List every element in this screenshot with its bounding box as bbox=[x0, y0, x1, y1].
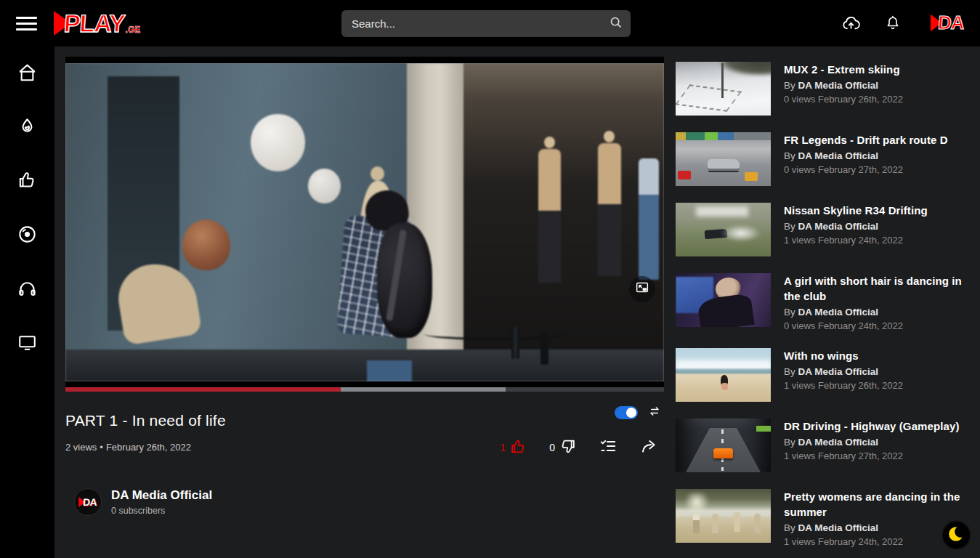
search-icon bbox=[608, 15, 624, 33]
swap-arrows-icon[interactable] bbox=[647, 403, 663, 422]
video-thumbnail[interactable] bbox=[676, 348, 771, 402]
video-scene-art bbox=[65, 63, 664, 381]
publish-date: February 26th, 2022 bbox=[106, 442, 191, 453]
video-thumbnail[interactable] bbox=[676, 273, 771, 327]
search-bar bbox=[341, 10, 631, 37]
video-list-item[interactable]: MUX 2 - Extrem skiing By DA Media Offici… bbox=[676, 62, 980, 116]
video-list-channel: By DA Media Official bbox=[784, 221, 969, 232]
video-list-title[interactable]: DR Driving - Highway (Gameplay) bbox=[784, 418, 969, 434]
top-bar: PLAY .GE DA bbox=[0, 0, 980, 46]
main-content: PART 1 - In need of life 2 views•Februar… bbox=[54, 46, 672, 558]
share-button[interactable] bbox=[639, 437, 658, 458]
video-list-item[interactable]: Nissan Skyline R34 Drifting By DA Media … bbox=[676, 203, 980, 256]
channel-row: DA DA Media Official 0 subscribers bbox=[74, 488, 664, 516]
add-to-playlist-button[interactable] bbox=[599, 437, 617, 458]
video-thumbnail[interactable] bbox=[676, 489, 771, 543]
upload-cloud-icon[interactable] bbox=[841, 14, 861, 33]
video-list-meta: 1 views February 27th, 2022 bbox=[784, 450, 969, 461]
sidebar-item-home[interactable] bbox=[17, 62, 38, 84]
video-list-item[interactable]: With no wings By DA Media Official 1 vie… bbox=[676, 348, 980, 402]
video-list-channel: By DA Media Official bbox=[784, 307, 969, 318]
profile-da-logo[interactable]: DA bbox=[931, 12, 964, 34]
video-list-channel: By DA Media Official bbox=[784, 437, 969, 448]
video-thumbnail[interactable] bbox=[676, 418, 771, 472]
video-list-title[interactable]: MUX 2 - Extrem skiing bbox=[784, 62, 969, 77]
share-arrow-icon bbox=[639, 437, 658, 458]
video-player[interactable] bbox=[65, 57, 664, 392]
video-thumbnail[interactable] bbox=[676, 132, 771, 186]
video-list-meta: 0 views February 24th, 2022 bbox=[784, 320, 969, 331]
like-count: 1 bbox=[500, 442, 506, 453]
recommended-list: MUX 2 - Extrem skiing By DA Media Offici… bbox=[672, 46, 980, 558]
video-list-meta: 1 views February 24th, 2022 bbox=[784, 235, 969, 246]
video-list-title[interactable]: Nissan Skyline R34 Drifting bbox=[784, 203, 969, 218]
moon-icon bbox=[947, 525, 966, 546]
autoplay-toggle[interactable] bbox=[615, 406, 638, 419]
notifications-bell-icon[interactable] bbox=[884, 15, 902, 32]
menu-icon[interactable] bbox=[16, 13, 37, 33]
video-list-title[interactable]: With no wings bbox=[784, 348, 969, 363]
video-title: PART 1 - In need of life bbox=[65, 412, 226, 429]
channel-name[interactable]: DA Media Official bbox=[111, 488, 212, 503]
like-button[interactable]: 1 bbox=[500, 437, 527, 458]
search-button[interactable] bbox=[602, 10, 631, 37]
site-logo[interactable]: PLAY .GE bbox=[54, 6, 140, 41]
thumbs-down-icon bbox=[559, 437, 577, 458]
sidebar-item-audio[interactable] bbox=[17, 278, 38, 299]
sidebar-item-trending[interactable] bbox=[17, 116, 38, 137]
sidebar-item-liked[interactable] bbox=[17, 169, 38, 190]
da-logo-text: DA bbox=[937, 12, 965, 34]
video-list-item[interactable]: A girl with short hair is dancing in the… bbox=[676, 273, 980, 331]
subscriber-count: 0 subscribers bbox=[111, 506, 212, 516]
channel-avatar[interactable]: DA bbox=[74, 488, 102, 516]
video-list-title[interactable]: FR Legends - Drift park route D bbox=[784, 132, 969, 147]
sidebar-item-disc[interactable] bbox=[17, 224, 38, 245]
picture-in-picture-button[interactable] bbox=[629, 276, 655, 302]
logo-suffix: .GE bbox=[126, 25, 141, 35]
video-list-item[interactable]: FR Legends - Drift park route D By DA Me… bbox=[676, 132, 980, 186]
video-list-meta: 1 views February 26th, 2022 bbox=[784, 380, 969, 391]
video-meta: 2 views•February 26th, 2022 bbox=[65, 442, 191, 453]
video-list-meta: 0 views February 27th, 2022 bbox=[784, 164, 969, 175]
video-list-channel: By DA Media Official bbox=[784, 150, 969, 161]
video-list-title[interactable]: A girl with short hair is dancing in the… bbox=[784, 273, 969, 304]
video-list-item[interactable]: Pretty womens are dancing in the summer … bbox=[676, 489, 980, 547]
video-thumbnail[interactable] bbox=[676, 62, 771, 116]
search-input[interactable] bbox=[341, 17, 602, 30]
video-list-meta: 0 views February 26th, 2022 bbox=[784, 94, 969, 105]
left-sidebar bbox=[0, 46, 54, 558]
progress-bar[interactable] bbox=[65, 387, 664, 392]
thumbs-up-icon bbox=[509, 437, 527, 458]
playlist-add-icon bbox=[599, 437, 617, 458]
pip-icon bbox=[634, 280, 650, 299]
dislike-button[interactable]: 0 bbox=[549, 437, 577, 458]
sidebar-item-tv[interactable] bbox=[17, 331, 38, 352]
video-list-channel: By DA Media Official bbox=[784, 366, 969, 377]
dislike-count: 0 bbox=[549, 442, 555, 453]
video-list-item[interactable]: DR Driving - Highway (Gameplay) By DA Me… bbox=[676, 418, 980, 472]
video-thumbnail[interactable] bbox=[676, 203, 771, 256]
video-info: PART 1 - In need of life 2 views•Februar… bbox=[65, 402, 664, 516]
dark-mode-toggle[interactable] bbox=[941, 520, 971, 550]
video-list-title[interactable]: Pretty womens are dancing in the summer bbox=[784, 489, 969, 519]
view-count: 2 views bbox=[65, 442, 97, 453]
video-frame bbox=[65, 63, 664, 381]
logo-text: PLAY bbox=[63, 9, 126, 38]
video-list-channel: By DA Media Official bbox=[784, 80, 969, 91]
progress-played bbox=[65, 387, 341, 392]
